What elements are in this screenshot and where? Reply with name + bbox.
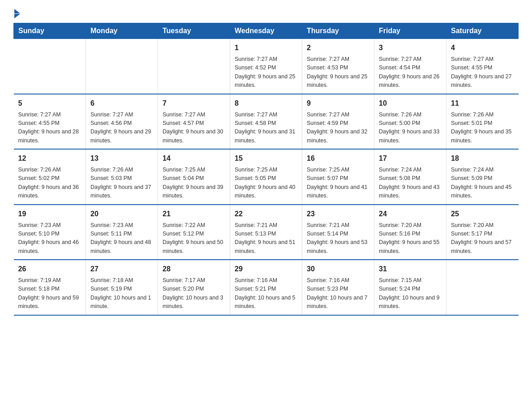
day-number: 28 (163, 264, 225, 274)
day-number: 31 (379, 264, 442, 274)
calendar-cell-w2-d6: 10Sunrise: 7:26 AM Sunset: 5:00 PM Dayli… (374, 94, 446, 150)
day-info: Sunrise: 7:15 AM Sunset: 5:24 PM Dayligh… (379, 276, 442, 311)
calendar-cell-w3-d3: 14Sunrise: 7:25 AM Sunset: 5:04 PM Dayli… (158, 149, 230, 205)
day-info: Sunrise: 7:27 AM Sunset: 4:52 PM Dayligh… (235, 55, 297, 90)
day-number: 20 (90, 209, 153, 219)
calendar-cell-w4-d1: 19Sunrise: 7:23 AM Sunset: 5:10 PM Dayli… (14, 205, 86, 260)
day-info: Sunrise: 7:20 AM Sunset: 5:17 PM Dayligh… (451, 221, 514, 256)
day-number: 30 (307, 264, 369, 274)
logo (13, 9, 20, 18)
day-number: 7 (163, 98, 225, 109)
day-info: Sunrise: 7:23 AM Sunset: 5:11 PM Dayligh… (90, 221, 153, 256)
calendar-cell-w5-d5: 30Sunrise: 7:16 AM Sunset: 5:23 PM Dayli… (302, 260, 374, 315)
day-number: 15 (235, 153, 297, 164)
week-row-2: 5Sunrise: 7:27 AM Sunset: 4:55 PM Daylig… (14, 94, 519, 150)
header-thursday: Thursday (302, 23, 374, 39)
calendar-header: SundayMondayTuesdayWednesdayThursdayFrid… (14, 23, 519, 39)
day-info: Sunrise: 7:25 AM Sunset: 5:04 PM Dayligh… (163, 166, 225, 201)
header-sunday: Sunday (14, 23, 86, 39)
day-info: Sunrise: 7:27 AM Sunset: 4:54 PM Dayligh… (379, 55, 442, 90)
calendar-cell-w5-d6: 31Sunrise: 7:15 AM Sunset: 5:24 PM Dayli… (374, 260, 446, 315)
header-friday: Friday (374, 23, 446, 39)
page-header (13, 9, 519, 18)
day-number: 13 (90, 153, 153, 164)
day-info: Sunrise: 7:27 AM Sunset: 4:53 PM Dayligh… (307, 55, 369, 90)
day-info: Sunrise: 7:27 AM Sunset: 4:56 PM Dayligh… (90, 111, 153, 146)
day-info: Sunrise: 7:27 AM Sunset: 4:59 PM Dayligh… (307, 111, 369, 146)
day-info: Sunrise: 7:27 AM Sunset: 4:55 PM Dayligh… (451, 55, 514, 90)
days-of-week-row: SundayMondayTuesdayWednesdayThursdayFrid… (14, 23, 519, 39)
calendar-cell-w2-d7: 11Sunrise: 7:26 AM Sunset: 5:01 PM Dayli… (446, 94, 519, 150)
day-info: Sunrise: 7:27 AM Sunset: 4:57 PM Dayligh… (163, 111, 225, 146)
day-info: Sunrise: 7:17 AM Sunset: 5:20 PM Dayligh… (163, 276, 225, 311)
day-number: 9 (307, 98, 369, 109)
calendar-cell-w3-d4: 15Sunrise: 7:25 AM Sunset: 5:05 PM Dayli… (230, 149, 302, 205)
day-info: Sunrise: 7:19 AM Sunset: 5:18 PM Dayligh… (18, 276, 82, 311)
calendar-cell-w1-d1 (14, 39, 86, 94)
calendar-cell-w4-d2: 20Sunrise: 7:23 AM Sunset: 5:11 PM Dayli… (86, 205, 158, 260)
calendar-cell-w3-d7: 18Sunrise: 7:24 AM Sunset: 5:09 PM Dayli… (446, 149, 519, 205)
day-number: 22 (235, 209, 297, 219)
day-number: 8 (235, 98, 297, 109)
day-number: 5 (18, 98, 82, 109)
day-number: 11 (451, 98, 514, 109)
day-number: 1 (235, 43, 297, 53)
calendar-cell-w1-d6: 3Sunrise: 7:27 AM Sunset: 4:54 PM Daylig… (374, 39, 446, 94)
day-info: Sunrise: 7:26 AM Sunset: 5:01 PM Dayligh… (451, 111, 514, 146)
day-info: Sunrise: 7:26 AM Sunset: 5:02 PM Dayligh… (18, 166, 82, 201)
calendar-cell-w5-d7 (446, 260, 519, 315)
week-row-5: 26Sunrise: 7:19 AM Sunset: 5:18 PM Dayli… (14, 260, 519, 315)
header-tuesday: Tuesday (158, 23, 230, 39)
day-info: Sunrise: 7:16 AM Sunset: 5:21 PM Dayligh… (235, 276, 297, 311)
header-monday: Monday (86, 23, 158, 39)
day-number: 29 (235, 264, 297, 274)
day-info: Sunrise: 7:21 AM Sunset: 5:14 PM Dayligh… (307, 221, 369, 256)
calendar-cell-w1-d2 (86, 39, 158, 94)
day-number: 18 (451, 153, 514, 164)
calendar-cell-w5-d4: 29Sunrise: 7:16 AM Sunset: 5:21 PM Dayli… (230, 260, 302, 315)
day-number: 17 (379, 153, 442, 164)
calendar-cell-w1-d5: 2Sunrise: 7:27 AM Sunset: 4:53 PM Daylig… (302, 39, 374, 94)
calendar-cell-w4-d5: 23Sunrise: 7:21 AM Sunset: 5:14 PM Dayli… (302, 205, 374, 260)
day-info: Sunrise: 7:18 AM Sunset: 5:19 PM Dayligh… (90, 276, 153, 311)
header-wednesday: Wednesday (230, 23, 302, 39)
day-info: Sunrise: 7:24 AM Sunset: 5:08 PM Dayligh… (379, 166, 442, 201)
calendar-cell-w2-d4: 8Sunrise: 7:27 AM Sunset: 4:58 PM Daylig… (230, 94, 302, 150)
calendar-cell-w1-d4: 1Sunrise: 7:27 AM Sunset: 4:52 PM Daylig… (230, 39, 302, 94)
day-number: 10 (379, 98, 442, 109)
day-number: 12 (18, 153, 82, 164)
calendar-cell-w5-d3: 28Sunrise: 7:17 AM Sunset: 5:20 PM Dayli… (158, 260, 230, 315)
day-info: Sunrise: 7:26 AM Sunset: 5:03 PM Dayligh… (90, 166, 153, 201)
day-info: Sunrise: 7:25 AM Sunset: 5:07 PM Dayligh… (307, 166, 369, 201)
day-number: 19 (18, 209, 82, 219)
day-number: 27 (90, 264, 153, 274)
day-info: Sunrise: 7:27 AM Sunset: 4:55 PM Dayligh… (18, 111, 82, 146)
week-row-1: 1Sunrise: 7:27 AM Sunset: 4:52 PM Daylig… (14, 39, 519, 94)
day-info: Sunrise: 7:20 AM Sunset: 5:16 PM Dayligh… (379, 221, 442, 256)
calendar-cell-w1-d7: 4Sunrise: 7:27 AM Sunset: 4:55 PM Daylig… (446, 39, 519, 94)
calendar-cell-w2-d5: 9Sunrise: 7:27 AM Sunset: 4:59 PM Daylig… (302, 94, 374, 150)
calendar-body: 1Sunrise: 7:27 AM Sunset: 4:52 PM Daylig… (14, 39, 519, 315)
calendar-cell-w2-d2: 6Sunrise: 7:27 AM Sunset: 4:56 PM Daylig… (86, 94, 158, 150)
day-number: 25 (451, 209, 514, 219)
calendar-cell-w3-d5: 16Sunrise: 7:25 AM Sunset: 5:07 PM Dayli… (302, 149, 374, 205)
day-number: 4 (451, 43, 514, 53)
day-number: 23 (307, 209, 369, 219)
calendar-cell-w3-d1: 12Sunrise: 7:26 AM Sunset: 5:02 PM Dayli… (14, 149, 86, 205)
day-info: Sunrise: 7:26 AM Sunset: 5:00 PM Dayligh… (379, 111, 442, 146)
calendar-cell-w5-d1: 26Sunrise: 7:19 AM Sunset: 5:18 PM Dayli… (14, 260, 86, 315)
day-info: Sunrise: 7:16 AM Sunset: 5:23 PM Dayligh… (307, 276, 369, 311)
calendar-cell-w4-d3: 21Sunrise: 7:22 AM Sunset: 5:12 PM Dayli… (158, 205, 230, 260)
day-number: 26 (18, 264, 82, 274)
calendar-cell-w2-d1: 5Sunrise: 7:27 AM Sunset: 4:55 PM Daylig… (14, 94, 86, 150)
day-info: Sunrise: 7:24 AM Sunset: 5:09 PM Dayligh… (451, 166, 514, 201)
day-number: 16 (307, 153, 369, 164)
day-number: 24 (379, 209, 442, 219)
header-saturday: Saturday (446, 23, 519, 39)
day-info: Sunrise: 7:27 AM Sunset: 4:58 PM Dayligh… (235, 111, 297, 146)
day-number: 21 (163, 209, 225, 219)
day-number: 2 (307, 43, 369, 53)
day-number: 3 (379, 43, 442, 53)
day-info: Sunrise: 7:23 AM Sunset: 5:10 PM Dayligh… (18, 221, 82, 256)
week-row-3: 12Sunrise: 7:26 AM Sunset: 5:02 PM Dayli… (14, 149, 519, 205)
